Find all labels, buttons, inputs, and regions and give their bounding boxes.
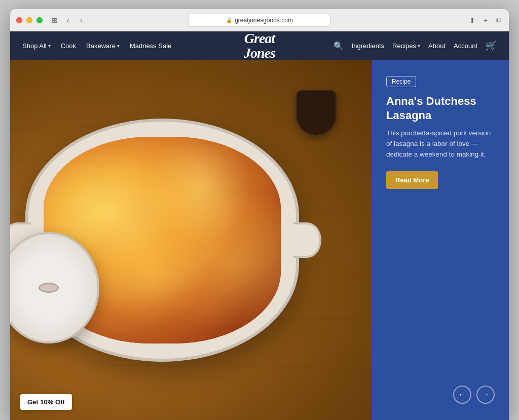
discount-badge[interactable]: Get 10% Off [20,394,72,410]
nav-madness-sale[interactable]: Madness Sale [130,42,171,50]
url-text: greatjonesgoods.com [235,17,293,24]
read-more-button[interactable]: Read More [386,171,438,189]
wine-glass [291,90,342,166]
address-bar[interactable]: 🔒 greatjonesgoods.com [189,14,330,27]
minimize-button[interactable] [26,17,32,23]
logo[interactable]: Great Jones [244,31,275,61]
lock-icon: 🔒 [226,17,232,23]
next-slide-button[interactable]: → [476,386,495,404]
traffic-lights [16,17,43,23]
nav-shop-all[interactable]: Shop All ▾ [22,42,51,50]
close-button[interactable] [16,17,22,23]
nav-cook[interactable]: Cook [61,42,76,50]
lid-handle [39,283,59,293]
title-bar-right: ⬆ + ⧉ [468,16,503,24]
main-nav: Shop All ▾ Cook Bakeware ▾ Madness Sale … [10,31,509,60]
forward-button[interactable]: › [77,16,85,24]
chevron-down-icon: ▾ [117,43,120,49]
recipe-badge: Recipe [386,76,416,87]
nav-bakeware[interactable]: Bakeware ▾ [86,42,120,50]
panel-navigation: ← → [386,386,495,404]
browser-window: ⊞ ‹ › 🔒 greatjonesgoods.com ⬆ + ⧉ Shop A… [10,9,509,420]
tile-icon[interactable]: ⊞ [51,16,59,24]
nav-right: 🔍 Ingredients Recipes ▾ About Account 🛒 [260,40,497,51]
cart-icon[interactable]: 🛒 [486,40,497,51]
wine-cup [296,90,337,136]
nav-left: Shop All ▾ Cook Bakeware ▾ Madness Sale [22,42,260,50]
duplicate-icon[interactable]: ⧉ [495,16,503,24]
chevron-down-icon: ▾ [48,43,51,49]
title-bar: ⊞ ‹ › 🔒 greatjonesgoods.com ⬆ + ⧉ [10,9,509,31]
nav-recipes[interactable]: Recipes ▾ [392,42,420,50]
pan-handle-right [293,222,321,258]
chevron-down-icon: ▾ [418,43,420,49]
hero-section: Get 10% Off Recipe Anna's Dutchess Lasag… [10,60,509,420]
hero-image: Get 10% Off [10,60,372,420]
prev-slide-button[interactable]: ← [453,386,471,404]
nav-controls: ⊞ ‹ › [51,16,85,24]
logo-text-line1: Great [244,31,275,46]
pan-body [25,119,299,362]
new-tab-icon[interactable]: + [481,16,490,24]
panel-content: Recipe Anna's Dutchess Lasagna This porc… [386,76,495,189]
search-icon[interactable]: 🔍 [333,41,344,51]
share-icon[interactable]: ⬆ [468,16,476,24]
fullscreen-button[interactable] [36,17,43,23]
nav-account[interactable]: Account [454,42,477,50]
logo-text-line2: Jones [244,46,275,60]
lasagna-pan [25,119,299,362]
recipe-title: Anna's Dutchess Lasagna [386,94,495,122]
website-content: Shop All ▾ Cook Bakeware ▾ Madness Sale … [10,31,509,420]
hero-panel: Recipe Anna's Dutchess Lasagna This porc… [372,60,509,420]
back-button[interactable]: ‹ [64,16,72,24]
recipe-description: This porchetta-spiced pork version of la… [386,128,495,160]
nav-about[interactable]: About [428,42,446,50]
nav-ingredients[interactable]: Ingredients [352,42,384,50]
